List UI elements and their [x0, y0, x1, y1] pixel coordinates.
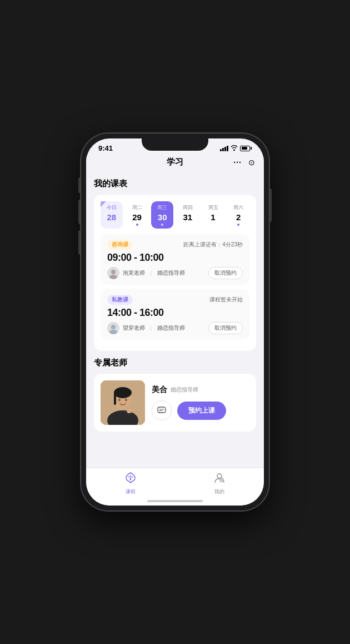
svg-point-2: [111, 325, 116, 329]
schedule-card: 今日 28 周二 29 周三 30: [94, 195, 256, 351]
day-label-29: 周二: [132, 204, 142, 211]
course-item-consult: 咨询课 距离上课还有：4分23秒 09:00 - 10:00: [101, 234, 249, 285]
tab-label-mine: 我的: [214, 488, 224, 496]
day-dot-2: [237, 224, 239, 226]
course-countdown-private: 课程暂未开始: [209, 296, 243, 304]
teacher-name-row: 美合 婚恋指导师: [152, 385, 249, 395]
day-dot-1: [212, 224, 214, 226]
day-dot-31: [187, 224, 189, 226]
cancel-button-private[interactable]: 取消预约: [208, 322, 243, 334]
phone-frame: 9:41: [81, 133, 269, 511]
volume-down-button: [78, 230, 81, 255]
teacher-role-private: 婚恋指导师: [157, 324, 185, 332]
day-number-29: 29: [132, 212, 142, 222]
day-label-31: 周四: [183, 204, 193, 211]
day-item-29[interactable]: 周二 29: [126, 201, 148, 229]
day-item-2[interactable]: 周六 2: [227, 201, 249, 229]
day-dot-29: [136, 224, 138, 226]
day-item-28[interactable]: 今日 28: [101, 201, 123, 229]
course-header-consult: 咨询课 距离上课还有：4分23秒: [107, 240, 243, 250]
teacher-role-consult: 婚恋指导师: [157, 269, 185, 277]
nav-bar: 学习 ··· ⊙: [86, 155, 264, 171]
wifi-icon: [231, 145, 238, 152]
teacher-silhouette: [101, 380, 145, 425]
svg-point-10: [125, 399, 127, 402]
course-item-private: 私教课 课程暂未开始 14:00 - 16:00 望穿: [101, 289, 249, 340]
day-number-2: 2: [236, 212, 241, 222]
svg-point-1: [109, 275, 117, 279]
phone-screen: 9:41: [86, 138, 264, 506]
svg-point-7: [114, 387, 132, 398]
signal-icon: [220, 146, 228, 151]
separator-consult: ｜: [148, 269, 154, 277]
person-icon: [213, 472, 226, 487]
day-label-30: 周三: [157, 204, 167, 211]
svg-rect-8: [114, 393, 116, 405]
tab-label-course: 课程: [126, 488, 136, 496]
day-item-1[interactable]: 周五 1: [202, 201, 224, 229]
svg-point-0: [111, 270, 116, 274]
course-tag-consult: 咨询课: [107, 240, 133, 250]
nav-actions: ··· ⊙: [233, 158, 255, 167]
day-label-1: 周五: [208, 204, 218, 211]
volume-up-button: [78, 200, 81, 224]
course-countdown-consult: 距离上课还有：4分23秒: [183, 241, 243, 249]
teacher-details: 美合 婚恋指导师: [152, 385, 249, 420]
teacher-photo-inner: [101, 380, 145, 425]
day-number-30: 30: [158, 212, 167, 222]
teacher-card: 美合 婚恋指导师: [94, 374, 256, 432]
today-corner-icon: [101, 201, 106, 207]
teacher-role: 婚恋指导师: [171, 386, 198, 394]
record-icon[interactable]: ⊙: [248, 158, 255, 167]
svg-point-15: [130, 478, 132, 480]
svg-point-3: [109, 330, 117, 334]
teacher-photo: [101, 380, 145, 425]
day-number-1: 1: [211, 212, 215, 222]
notch: [142, 138, 208, 151]
scroll-content: 我的课表 今日 28 周二 29: [86, 171, 264, 506]
teacher-name-private: 望穿老师: [123, 324, 145, 332]
day-number-31: 31: [183, 212, 193, 222]
power-button: [269, 189, 272, 222]
teacher-info-private: 望穿老师 ｜ 婚恋指导师: [107, 322, 185, 334]
message-button[interactable]: [152, 400, 172, 420]
status-time: 9:41: [98, 144, 113, 152]
course-header-private: 私教课 课程暂未开始: [107, 295, 243, 305]
book-button[interactable]: 预约上课: [177, 402, 226, 420]
teacher-info-consult: 泡芙老师 ｜ 婚恋指导师: [107, 267, 185, 279]
home-indicator: [147, 500, 203, 502]
svg-point-9: [118, 399, 121, 402]
more-icon[interactable]: ···: [233, 158, 242, 167]
day-number-28: 28: [107, 212, 116, 222]
day-item-31[interactable]: 周四 31: [177, 201, 199, 229]
mute-button: [78, 177, 81, 193]
teacher-avatar-consult: [107, 267, 119, 279]
cancel-button-consult[interactable]: 取消预约: [208, 267, 243, 279]
battery-icon: [240, 146, 252, 151]
teacher-actions: 预约上课: [152, 400, 249, 420]
course-time-consult: 09:00 - 10:00: [107, 252, 243, 264]
course-teacher-consult: 泡芙老师 ｜ 婚恋指导师 取消预约: [107, 267, 243, 279]
teacher-section: 专属老师: [94, 358, 256, 432]
day-dot-28: [111, 224, 113, 226]
status-icons: [220, 145, 252, 152]
day-item-30[interactable]: 周三 30: [151, 201, 173, 229]
day-dot-30: [161, 224, 163, 226]
separator-private: ｜: [148, 324, 154, 332]
schedule-section-title: 我的课表: [94, 179, 256, 189]
course-tag-private: 私教课: [107, 295, 133, 305]
teacher-name: 美合: [152, 385, 167, 395]
message-icon: [157, 406, 166, 415]
teacher-section-title: 专属老师: [94, 358, 256, 368]
day-selector: 今日 28 周二 29 周三 30: [101, 201, 249, 229]
svg-rect-12: [158, 407, 166, 413]
course-time-private: 14:00 - 16:00: [107, 307, 243, 319]
svg-point-16: [217, 474, 222, 478]
teacher-name-consult: 泡芙老师: [123, 269, 145, 277]
page-title: 学习: [167, 157, 183, 167]
course-icon: [124, 472, 137, 487]
teacher-avatar-private: [107, 322, 119, 334]
day-label-2: 周六: [233, 204, 243, 211]
day-label-28: 今日: [107, 204, 117, 211]
course-teacher-private: 望穿老师 ｜ 婚恋指导师 取消预约: [107, 322, 243, 334]
